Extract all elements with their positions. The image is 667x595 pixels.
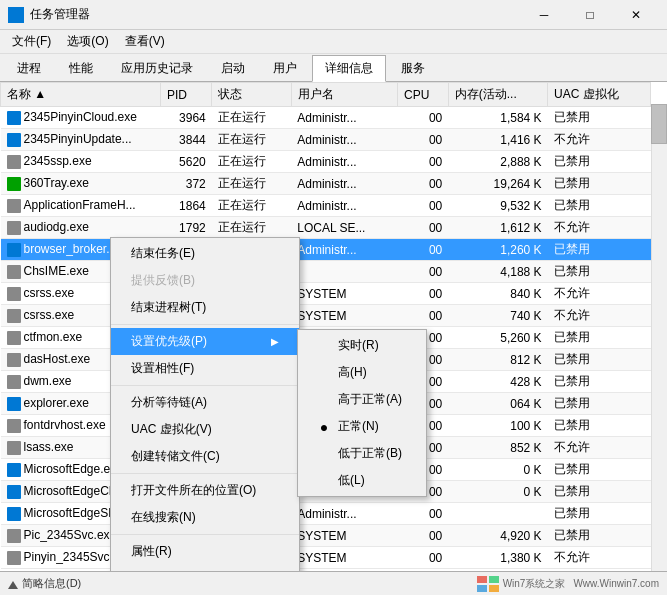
status-bar: 简略信息(D) Win7系统之家 Www.Winwin7.com	[0, 571, 667, 595]
process-pid-cell: 3964	[161, 107, 212, 129]
sub-item-above-normal[interactable]: 高于正常(A)	[298, 386, 426, 413]
tab-app-history[interactable]: 应用历史记录	[108, 55, 206, 81]
sub-item-high[interactable]: 高(H)	[298, 359, 426, 386]
process-cpu-cell: 00	[397, 283, 448, 305]
svg-rect-2	[10, 16, 15, 21]
ctx-item-search-online[interactable]: 在线搜索(N)	[111, 504, 299, 531]
table-row[interactable]: csrss.exeSYSTEM00740 K不允许	[1, 305, 651, 327]
process-icon	[7, 111, 21, 125]
ctx-item-uac-virtualization[interactable]: UAC 虚拟化(V)	[111, 416, 299, 443]
process-uac-cell: 已禁用	[548, 481, 651, 503]
tab-services[interactable]: 服务	[388, 55, 438, 81]
radio-unchecked-icon	[318, 394, 330, 406]
process-name-cell: audiodg.exe	[1, 217, 161, 239]
process-name-text: 360Tray.exe	[24, 176, 89, 190]
scrollbar-thumb[interactable]	[651, 104, 667, 144]
tab-bar: 进程性能应用历史记录启动用户详细信息服务	[0, 54, 667, 82]
svg-rect-5	[489, 576, 499, 583]
process-icon	[7, 287, 21, 301]
ctx-item-go-to-service[interactable]: 转到服务(S)	[111, 565, 299, 571]
process-uac-cell: 不允许	[548, 547, 651, 569]
col-header-user[interactable]: 用户名	[291, 83, 397, 107]
process-pid-cell: 1792	[161, 217, 212, 239]
process-uac-cell: 不允许	[548, 217, 651, 239]
table-row[interactable]: 360Tray.exe372正在运行Administr...0019,264 K…	[1, 173, 651, 195]
col-header-uac[interactable]: UAC 虚拟化	[548, 83, 651, 107]
context-menu-separator	[111, 534, 299, 535]
process-cpu-cell: 00	[397, 107, 448, 129]
sub-item-below-normal[interactable]: 低于正常(B)	[298, 440, 426, 467]
tab-startup[interactable]: 启动	[208, 55, 258, 81]
ctx-item-end-process-tree[interactable]: 结束进程树(T)	[111, 294, 299, 321]
process-icon	[7, 199, 21, 213]
process-name-text: 2345PinyinCloud.exe	[24, 110, 137, 124]
table-row[interactable]: 2345PinyinUpdate...3844正在运行Administr...0…	[1, 129, 651, 151]
col-header-pid[interactable]: PID	[161, 83, 212, 107]
col-header-cpu[interactable]: CPU	[397, 83, 448, 107]
table-row[interactable]: ApplicationFrameH...1864正在运行Administr...…	[1, 195, 651, 217]
ctx-label-uac-virtualization: UAC 虚拟化(V)	[131, 421, 212, 438]
table-row[interactable]: MicrosoftEdgeSH...Administr...00已禁用	[1, 503, 651, 525]
process-uac-cell: 已禁用	[548, 195, 651, 217]
table-container: 名称 ▲PID状态用户名CPU内存(活动...UAC 虚拟化 2345Pinyi…	[0, 82, 667, 571]
sub-item-low[interactable]: 低(L)	[298, 467, 426, 494]
ctx-label-create-dump: 创建转储文件(C)	[131, 448, 220, 465]
table-row[interactable]: Pic_2345Svc.exeSYSTEM004,920 K已禁用	[1, 525, 651, 547]
ctx-item-set-affinity[interactable]: 设置相性(F)	[111, 355, 299, 382]
ctx-label-set-priority: 设置优先级(P)	[131, 333, 207, 350]
process-uac-cell: 已禁用	[548, 525, 651, 547]
table-row[interactable]: audiodg.exe1792正在运行LOCAL SE...001,612 K不…	[1, 217, 651, 239]
ctx-item-create-dump[interactable]: 创建转储文件(C)	[111, 443, 299, 470]
status-bar-right: Win7系统之家 Www.Winwin7.com	[477, 576, 659, 592]
maximize-button[interactable]: □	[567, 0, 613, 30]
process-cpu-cell: 00	[397, 261, 448, 283]
ctx-item-analyze-wait-chain[interactable]: 分析等待链(A)	[111, 389, 299, 416]
minimize-button[interactable]: ─	[521, 0, 567, 30]
col-header-status[interactable]: 状态	[212, 83, 291, 107]
ctx-item-properties[interactable]: 属性(R)	[111, 538, 299, 565]
process-name-cell: 360Tray.exe	[1, 173, 161, 195]
tab-details[interactable]: 详细信息	[312, 55, 386, 82]
col-header-mem[interactable]: 内存(活动...	[448, 83, 547, 107]
table-row[interactable]: 2345PinyinCloud.exe3964正在运行Administr...0…	[1, 107, 651, 129]
sub-label-below-normal: 低于正常(B)	[338, 445, 402, 462]
priority-submenu: 实时(R) 高(H) 高于正常(A)●正常(N) 低于正常(B) 低(L)	[297, 329, 427, 497]
close-button[interactable]: ✕	[613, 0, 659, 30]
process-user-cell: SYSTEM	[291, 525, 397, 547]
process-uac-cell: 已禁用	[548, 415, 651, 437]
ctx-item-end-task[interactable]: 结束任务(E)	[111, 240, 299, 267]
sub-item-realtime[interactable]: 实时(R)	[298, 332, 426, 359]
svg-rect-0	[10, 9, 15, 14]
process-uac-cell: 已禁用	[548, 173, 651, 195]
scrollbar[interactable]	[651, 104, 667, 571]
process-mem-cell: 812 K	[448, 349, 547, 371]
menu-view[interactable]: 查看(V)	[117, 30, 173, 53]
sub-label-realtime: 实时(R)	[338, 337, 379, 354]
process-name-cell: 2345PinyinUpdate...	[1, 129, 161, 151]
tab-performance[interactable]: 性能	[56, 55, 106, 81]
menu-options[interactable]: 选项(O)	[59, 30, 116, 53]
process-status-cell: 正在运行	[212, 217, 291, 239]
svg-rect-7	[489, 585, 499, 592]
col-header-name[interactable]: 名称 ▲	[1, 83, 161, 107]
sub-item-normal[interactable]: ●正常(N)	[298, 413, 426, 440]
process-name-text: Pinyin_2345Svc...	[24, 550, 120, 564]
process-status-cell: 正在运行	[212, 129, 291, 151]
ctx-item-open-file-location[interactable]: 打开文件所在的位置(O)	[111, 477, 299, 504]
ctx-item-set-priority[interactable]: 设置优先级(P)▶	[111, 328, 299, 355]
process-icon	[7, 221, 21, 235]
tab-users[interactable]: 用户	[260, 55, 310, 81]
process-mem-cell: 740 K	[448, 305, 547, 327]
table-row[interactable]: ChsIME.exe3672004,188 K已禁用	[1, 261, 651, 283]
menu-file[interactable]: 文件(F)	[4, 30, 59, 53]
process-user-cell: Administr...	[291, 107, 397, 129]
table-row[interactable]: Pinyin_2345Svc...SYSTEM001,380 K不允许	[1, 547, 651, 569]
table-row[interactable]: 2345ssp.exe5620正在运行Administr...002,888 K…	[1, 151, 651, 173]
tab-process[interactable]: 进程	[4, 55, 54, 81]
process-status-cell: 正在运行	[212, 151, 291, 173]
context-menu: 结束任务(E)提供反馈(B)结束进程树(T)设置优先级(P)▶设置相性(F)分析…	[110, 237, 300, 571]
table-row[interactable]: csrss.exeSYSTEM00840 K不允许	[1, 283, 651, 305]
process-mem-cell: 4,920 K	[448, 525, 547, 547]
table-row[interactable]: browser_broker.exe4480正在运行Administr...00…	[1, 239, 651, 261]
status-brief-info[interactable]: 简略信息(D)	[8, 576, 81, 591]
